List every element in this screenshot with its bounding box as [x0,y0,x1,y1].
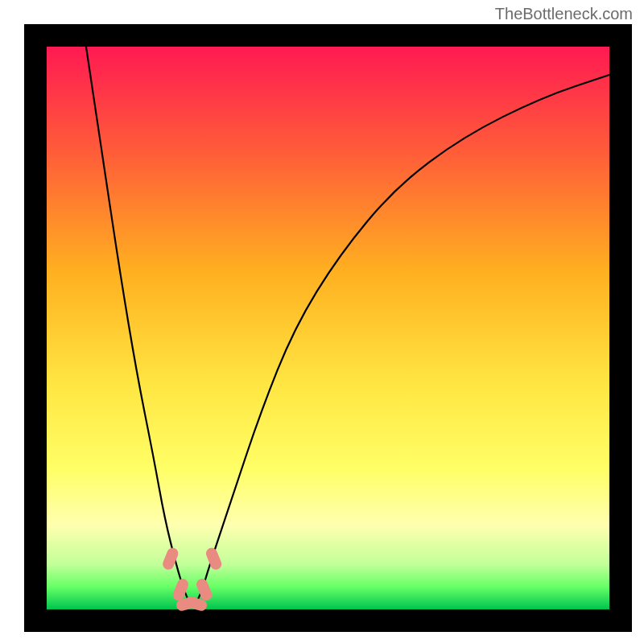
bottleneck-chart [0,0,644,644]
plot-background [47,47,609,609]
watermark-text: TheBottleneck.com [495,5,633,23]
chart-stage: TheBottleneck.com [0,0,644,644]
